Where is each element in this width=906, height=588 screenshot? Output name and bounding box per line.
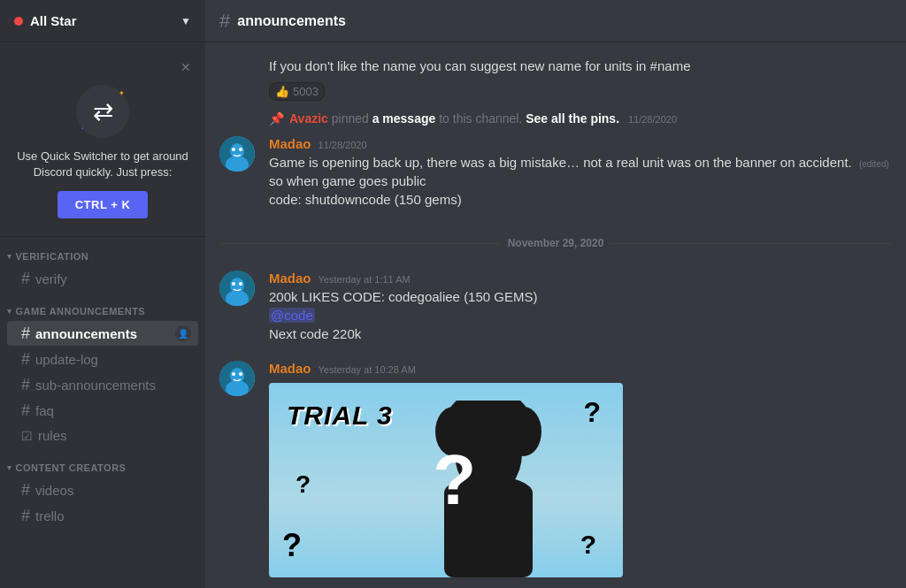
channel-item-rules[interactable]: ☑ rules	[7, 424, 198, 447]
pin-timestamp: 11/28/2020	[628, 114, 677, 125]
channel-item-verify[interactable]: # verify	[7, 266, 198, 291]
channel-item-faq[interactable]: # faq	[7, 398, 198, 423]
check-icon: ☑	[21, 429, 33, 443]
channels-area: ▾ VERIFICATION # verify ▾ GAME ANNOUNCEM…	[0, 237, 205, 588]
hash-icon: #	[21, 482, 30, 498]
divider-date: November 29, 2020	[508, 237, 604, 249]
sparkle-icon: ✦	[119, 89, 125, 97]
message-content-madao-3: Madao Yesterday at 10:28 AM TRIAL 3	[269, 361, 892, 577]
message-group-madao-1: Madao 11/28/2020 Game is opening back up…	[219, 133, 892, 212]
server-name: All Star	[14, 13, 77, 28]
question-mark-top-right: ?	[583, 396, 601, 429]
message-suggestion: If you don't like the name you can sugge…	[219, 57, 892, 101]
section-header-game-announcements[interactable]: ▾ GAME ANNOUNCEMENTS	[0, 292, 205, 320]
chevron-down-icon: ▼	[180, 15, 191, 27]
quick-switcher-panel: ✕ ⇄ ✦ • Use Quick Switcher to get around…	[0, 42, 205, 237]
hash-icon: #	[21, 377, 30, 393]
message-header: Madao 11/28/2020	[269, 136, 892, 151]
server-header[interactable]: All Star ▼	[0, 0, 205, 42]
message-header-3: Madao Yesterday at 10:28 AM	[269, 361, 892, 376]
message-group-madao-3: Madao Yesterday at 10:28 AM TRIAL 3	[219, 357, 892, 581]
message-text: If you don't like the name you can sugge…	[269, 57, 892, 75]
channel-item-videos[interactable]: # videos	[7, 477, 198, 502]
question-mark-mid-left: ?	[296, 470, 311, 499]
avatar-madao-3	[219, 361, 255, 396]
header-channel-name: announcements	[237, 13, 346, 29]
trial-image-container: TRIAL 3	[269, 383, 623, 577]
hash-icon: #	[21, 325, 30, 341]
svg-point-3	[232, 148, 235, 151]
sidebar: All Star ▼ ✕ ⇄ ✦ • Use Quick Switcher to…	[0, 0, 205, 588]
message-header-2: Madao Yesterday at 1:11 AM	[269, 271, 892, 286]
svg-point-18	[506, 407, 541, 456]
section-header-verification[interactable]: ▾ VERIFICATION	[0, 237, 205, 265]
channel-item-update-log[interactable]: # update-log	[7, 347, 198, 371]
channel-item-sub-announcements[interactable]: # sub-announcements	[7, 372, 198, 397]
server-status-dot	[14, 17, 23, 26]
hash-icon: #	[21, 508, 30, 523]
arrows-icon: ⇄	[93, 97, 113, 126]
trial-title: TRIAL 3	[287, 401, 393, 431]
section-header-content-creators[interactable]: ▾ CONTENT CREATORS	[0, 448, 205, 477]
date-divider: November 29, 2020	[219, 237, 892, 249]
message-image-trial3: TRIAL 3	[269, 383, 623, 577]
username-madao: Madao	[269, 136, 311, 151]
svg-point-9	[239, 282, 242, 286]
see-all-pins-link[interactable]: See all the pins.	[526, 111, 619, 126]
channel-item-trello[interactable]: # trello	[7, 503, 198, 528]
person-icon: 👤	[178, 329, 188, 339]
avatar-madao-2	[219, 271, 255, 306]
question-mark-bot-left: ?	[282, 527, 302, 564]
message-text-line1: Game is opening back up, there was a big…	[269, 153, 892, 172]
quick-switcher-icon: ⇄ ✦ •	[76, 85, 129, 138]
section-chevron-icon: ▾	[7, 252, 12, 261]
svg-point-4	[239, 148, 242, 151]
main-content: # announcements If you don't like the na…	[205, 0, 906, 588]
username-madao-2: Madao	[269, 271, 311, 286]
channel-item-announcements[interactable]: # announcements 👤	[7, 321, 198, 346]
message-timestamp-3: Yesterday at 10:28 AM	[319, 364, 416, 375]
close-icon[interactable]: ✕	[180, 60, 191, 74]
pin-bold-text: a message	[372, 111, 436, 126]
svg-point-8	[232, 282, 235, 286]
hash-icon: #	[21, 271, 30, 286]
message-content-madao-2: Madao Yesterday at 1:11 AM 200k LIKES CO…	[269, 271, 892, 343]
message-content-madao-1: Madao 11/28/2020 Game is opening back up…	[269, 136, 892, 209]
svg-point-14	[239, 372, 242, 376]
message-group-madao-2: Madao Yesterday at 1:11 AM 200k LIKES CO…	[219, 267, 892, 347]
avatar-madao	[219, 136, 255, 172]
reaction-count: 5003	[293, 85, 319, 98]
channel-header: # announcements	[205, 0, 906, 42]
quick-switcher-text: Use Quick Switcher to get around Discord…	[14, 149, 191, 180]
shortcut-badge: CTRL + K	[58, 191, 149, 218]
message-timestamp: 11/28/2020	[319, 140, 367, 150]
header-hash-icon: #	[219, 10, 230, 33]
mention-code: @code	[269, 308, 315, 323]
hash-icon: #	[21, 351, 30, 367]
pin-actor: Avazic	[289, 111, 328, 126]
emoji-thumbsup: 👍	[275, 85, 289, 98]
pin-text: Avazic pinned a message to this channel.…	[289, 111, 677, 126]
message-timestamp-2: Yesterday at 1:11 AM	[319, 274, 411, 285]
question-mark-center: ?	[433, 439, 476, 521]
message-text-line2: so when game goes public	[269, 172, 892, 190]
message-text-mention: @code	[269, 306, 892, 325]
section-chevron-icon: ▾	[7, 307, 12, 316]
pin-icon: 📌	[269, 111, 284, 126]
member-icon: 👤	[175, 325, 191, 341]
messages-area[interactable]: If you don't like the name you can sugge…	[205, 42, 906, 588]
section-chevron-icon: ▾	[7, 463, 12, 472]
edited-label: (edited)	[859, 159, 889, 169]
question-mark-bot-right: ?	[580, 530, 596, 560]
hash-icon: #	[21, 402, 30, 418]
message-text-line3: code: shutdowncode (150 gems)	[269, 190, 892, 209]
username-madao-3: Madao	[269, 361, 311, 376]
message-text-next: Next code 220k	[269, 325, 892, 343]
dot-icon: •	[81, 126, 83, 131]
pin-system-message: 📌 Avazic pinned a message to this channe…	[269, 108, 892, 129]
message-text-200k: 200k LIKES CODE: codegoaliee (150 GEMS)	[269, 287, 892, 306]
svg-point-13	[232, 372, 235, 376]
reaction-thumbsup[interactable]: 👍 5003	[269, 82, 325, 101]
